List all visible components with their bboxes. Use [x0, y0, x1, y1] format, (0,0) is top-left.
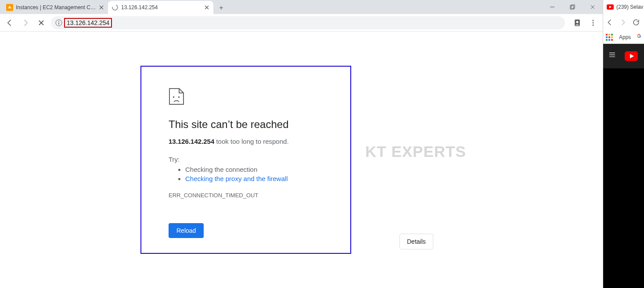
svg-point-8 — [576, 21, 579, 23]
browser-window-right: (239) Selav Apps — [603, 0, 644, 288]
menu-button[interactable] — [587, 17, 599, 29]
tab-title: 13.126.142.254 — [121, 4, 201, 11]
error-host: 13.126.142.254 — [169, 138, 214, 145]
youtube-logo-icon[interactable] — [625, 51, 638, 61]
svg-point-5 — [58, 21, 59, 22]
details-button[interactable]: Details — [399, 234, 433, 249]
back-button[interactable] — [606, 18, 614, 26]
try-label: Try: — [169, 156, 323, 163]
right-bookmarks-bar: Apps — [603, 31, 644, 44]
tab-ip[interactable]: 13.126.142.254 — [108, 1, 213, 14]
suggestion-connection: Checking the connection — [185, 166, 323, 173]
tab-ec2[interactable]: Instances | EC2 Management Con — [3, 1, 108, 14]
browser-toolbar: 13.126.142.254 — [0, 14, 603, 32]
reload-button[interactable]: Reload — [169, 223, 204, 238]
url-text: 13.126.142.254 — [64, 18, 112, 28]
right-tab-title: (239) Selav — [616, 4, 643, 10]
close-icon[interactable] — [98, 4, 104, 11]
address-bar[interactable]: 13.126.142.254 — [51, 16, 565, 29]
svg-point-9 — [593, 20, 594, 21]
reload-icon[interactable] — [632, 18, 640, 26]
sad-document-icon — [169, 88, 184, 105]
loading-spinner-icon — [112, 4, 119, 11]
watermark-text: KT EXPERTS — [365, 143, 466, 160]
error-page-container: This site can’t be reached 13.126.142.25… — [140, 66, 351, 254]
back-button[interactable] — [4, 17, 16, 29]
tab-strip: Instances | EC2 Management Con 13.126.14… — [0, 0, 603, 14]
youtube-favicon-icon — [607, 4, 614, 10]
apps-label[interactable]: Apps — [619, 34, 631, 40]
youtube-header — [603, 44, 644, 68]
error-description: 13.126.142.254 took too long to respond. — [169, 138, 323, 145]
browser-window-left: Instances | EC2 Management Con 13.126.14… — [0, 0, 603, 288]
svg-rect-3 — [571, 5, 575, 8]
tab-title: Instances | EC2 Management Con — [16, 4, 96, 11]
maximize-button[interactable] — [562, 0, 583, 14]
minimize-button[interactable] — [542, 0, 562, 14]
error-host-suffix: took too long to respond. — [214, 138, 288, 145]
stop-button[interactable] — [35, 17, 47, 29]
menu-icon[interactable] — [609, 53, 615, 60]
svg-point-10 — [593, 22, 594, 23]
new-tab-button[interactable]: + — [215, 2, 227, 14]
svg-rect-12 — [173, 96, 174, 98]
apps-icon[interactable] — [606, 34, 613, 41]
suggestions-list: Checking the connection Checking the pro… — [169, 166, 323, 182]
error-code: ERR_CONNECTION_TIMED_OUT — [169, 192, 323, 199]
svg-rect-6 — [58, 22, 59, 25]
right-tab[interactable]: (239) Selav — [603, 0, 644, 14]
google-icon[interactable] — [637, 34, 641, 41]
error-heading: This site can’t be reached — [169, 118, 323, 131]
svg-point-1 — [112, 5, 118, 10]
svg-rect-2 — [570, 6, 574, 9]
close-window-button[interactable] — [583, 0, 603, 14]
forward-button[interactable] — [619, 18, 627, 26]
aws-favicon-icon — [6, 4, 13, 11]
page-content: This site can’t be reached 13.126.142.25… — [0, 32, 603, 288]
suggestion-proxy-link[interactable]: Checking the proxy and the firewall — [185, 175, 288, 182]
forward-button[interactable] — [19, 17, 32, 29]
svg-rect-13 — [178, 96, 180, 98]
info-icon — [55, 19, 62, 26]
close-icon[interactable] — [204, 4, 210, 11]
account-icon[interactable] — [571, 17, 583, 29]
right-toolbar — [603, 14, 644, 31]
youtube-body — [603, 68, 644, 288]
svg-point-11 — [593, 24, 594, 25]
window-controls — [542, 0, 603, 14]
